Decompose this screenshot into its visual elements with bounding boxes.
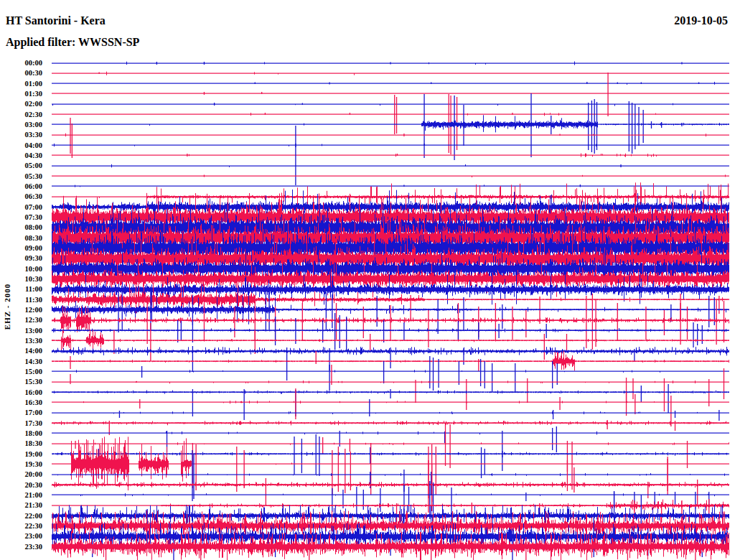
seismogram-trace-canvas <box>0 0 735 560</box>
helicorder-page: HT Santorini - Kera 2019-10-05 Applied f… <box>0 0 735 560</box>
